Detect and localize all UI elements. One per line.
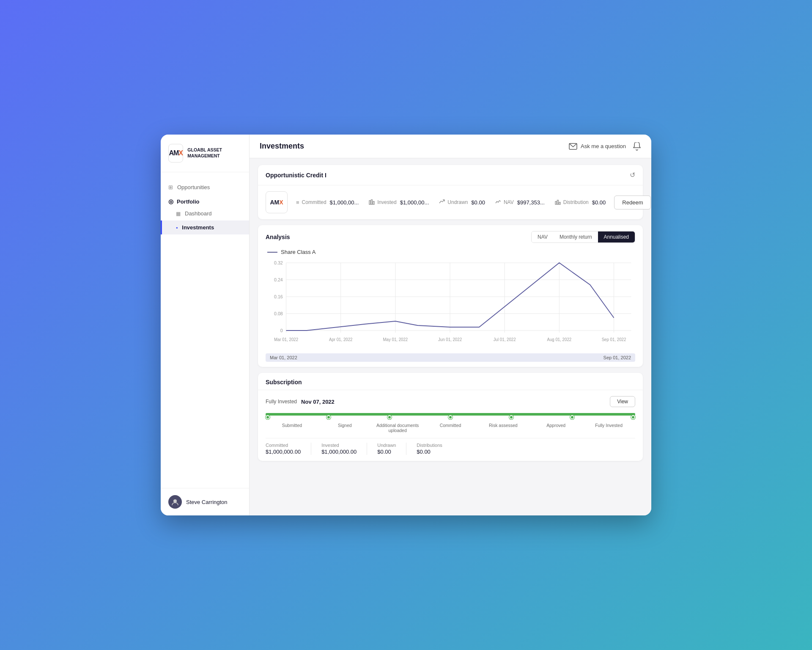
sidebar: AMX GLOABL ASSET MANAGEMENT ⊞ Opportunit… [161,135,250,515]
svg-text:Jun 01, 2022: Jun 01, 2022 [438,337,462,342]
progress-dot-docs [387,415,392,419]
sidebar-item-dashboard[interactable]: ▦ Dashboard [161,207,249,220]
chart-area[interactable]: 0.32 0.24 0.16 0.08 0 [266,259,635,352]
topbar: Investments Ask me a question [250,135,651,158]
sub-stat-distributions: Distributions $0.00 [417,443,442,455]
stat-invested: Invested $1,000,00... [369,199,429,206]
progress-dot-submitted [266,415,270,419]
sidebar-logo: AMX GLOABL ASSET MANAGEMENT [161,135,249,172]
subscription-title: Subscription [266,379,302,386]
sub-stat-value-invested: $1,000,000.00 [321,449,357,455]
step-risk: Risk assessed [477,423,529,433]
sidebar-item-label: Opportunities [177,184,210,190]
grid-icon: ⊞ [168,184,173,190]
svg-rect-3 [371,200,373,204]
progress-dot-committed [448,415,453,419]
svg-rect-7 [555,201,557,204]
tab-annualised[interactable]: Annualised [598,231,635,242]
logo-am: AM [169,149,178,157]
logo-x: X [178,149,183,157]
topbar-actions: Ask me a question [569,142,641,151]
stat-label-nav: NAV [504,199,514,205]
view-button[interactable]: View [610,396,635,407]
fund-name: Opportunistic Credit I [266,172,326,179]
ask-question-button[interactable]: Ask me a question [569,143,626,150]
investments-icon: ▪ [176,225,178,231]
content-area: Opportunistic Credit I ↺ AMX ≡ Committed… [250,158,651,515]
user-name: Steve Carrington [186,499,228,505]
status-label: Fully Invested [266,399,297,405]
range-start-label: Mar 01, 2022 [270,355,297,360]
progress-dot-risk [509,415,513,419]
chart-container: Share Class A 0.32 0.24 [258,249,643,367]
fund-card: Opportunistic Credit I ↺ AMX ≡ Committed… [258,165,643,219]
sub-stat-undrawn: Undrawn $0.00 [377,443,396,455]
analysis-tab-group: NAV Monthly return Annualised [531,231,635,243]
tab-nav[interactable]: NAV [532,231,554,242]
sub-stat-label-undrawn: Undrawn [377,443,396,448]
svg-text:0.16: 0.16 [274,294,283,299]
sidebar-item-opportunities[interactable]: ⊞ Opportunities [161,180,249,195]
fund-stats: ≡ Committed $1,000,00... Invested $1,000… [296,199,606,206]
step-signed: Signed [318,423,371,433]
svg-text:Mar 01, 2022: Mar 01, 2022 [274,337,298,342]
sidebar-item-investments[interactable]: ▪ Investments [161,220,249,234]
notification-bell-button[interactable] [633,142,641,151]
subscription-stats: Committed $1,000,000.00 Invested $1,000,… [266,438,635,455]
fund-card-header: Opportunistic Credit I ↺ [258,165,643,185]
svg-text:Jul 01, 2022: Jul 01, 2022 [494,337,516,342]
distribution-icon [555,199,561,206]
progress-dot-approved [570,415,574,419]
stat-value-distribution: $0.00 [592,199,606,206]
range-bar[interactable]: Mar 01, 2022 Sep 01, 2022 [266,353,635,362]
avatar [168,495,182,509]
step-committed: Committed [424,423,477,433]
invested-icon [369,199,375,206]
back-button[interactable]: ↺ [630,171,635,179]
progress-dot-signed [326,415,331,419]
svg-text:0.08: 0.08 [274,311,283,316]
sidebar-item-label: Dashboard [185,210,212,217]
subscription-header: Subscription [258,373,643,390]
sidebar-nav: ⊞ Opportunities ◎ Portfolio ▦ Dashboard … [161,172,249,488]
sidebar-user: Steve Carrington [161,488,249,515]
bar-chart-icon: ▦ [176,211,181,217]
tab-monthly-return[interactable]: Monthly return [554,231,598,242]
share-class-text: Share Class A [281,249,315,255]
sub-stat-value-committed: $1,000,000.00 [266,449,301,455]
divider [367,443,367,455]
stat-distribution: Distribution $0.00 [555,199,606,206]
page-title: Investments [260,142,304,151]
sub-stat-label-committed: Committed [266,443,301,448]
nav-icon [495,199,501,206]
bell-icon [633,142,641,151]
status-date: Nov 07, 2022 [301,399,335,405]
stat-committed: ≡ Committed $1,000,00... [296,199,359,206]
stat-undrawn: Undrawn $0.00 [439,199,485,206]
chart-svg: 0.32 0.24 0.16 0.08 0 [266,259,635,347]
stat-label-committed: Committed [302,199,326,205]
svg-text:0: 0 [280,328,283,333]
main-content: Investments Ask me a question [250,135,651,515]
stat-label-distribution: Distribution [563,199,589,205]
svg-rect-8 [557,200,558,204]
divider [311,443,311,455]
progress-dots [266,415,635,419]
svg-rect-9 [559,202,560,204]
redeem-button[interactable]: Redeem [614,196,651,209]
portfolio-icon: ◎ [168,198,173,205]
sub-stat-value-distributions: $0.00 [417,449,442,455]
fund-overview: AMX ≡ Committed $1,000,00... [258,185,643,219]
svg-text:Sep 01, 2022: Sep 01, 2022 [602,337,626,342]
subscription-content: Fully Invested Nov 07, 2022 View [258,390,643,461]
sub-stat-label-distributions: Distributions [417,443,442,448]
step-approved: Approved [529,423,582,433]
progress-dot-invested [631,415,635,419]
envelope-icon [569,143,577,150]
share-class-line-icon [267,252,277,253]
svg-text:0.32: 0.32 [274,260,283,265]
step-submitted: Submitted [266,423,318,433]
undrawn-icon [439,199,445,206]
stat-value-invested: $1,000,00... [400,199,429,206]
progress-labels: Submitted Signed Additional documents up… [266,423,635,433]
